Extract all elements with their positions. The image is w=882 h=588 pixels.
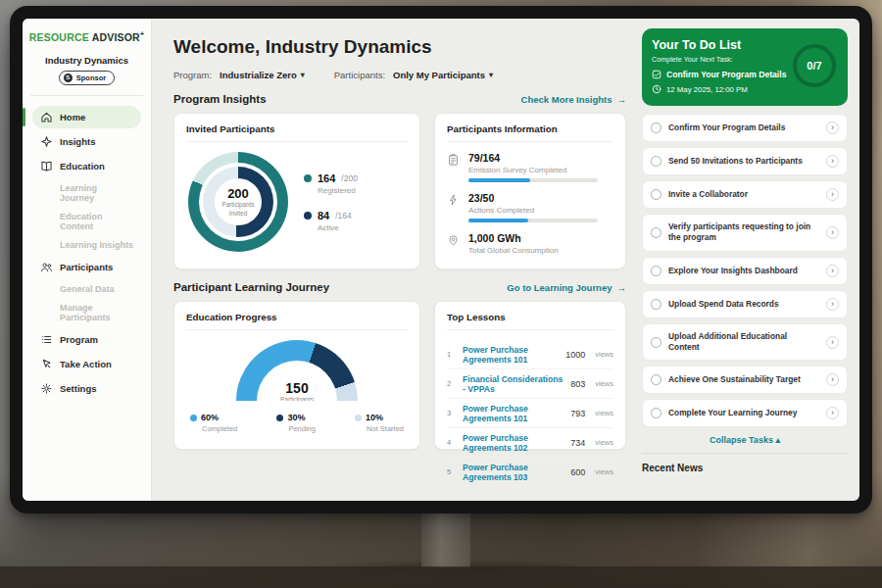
lesson-link[interactable]: Power Purchase Agreements 102 [463,433,564,453]
sidebar-item-learning-journey[interactable]: Learning Journey [32,179,141,207]
check-more-insights-link[interactable]: Check More Insights → [521,94,626,105]
task-checkbox[interactable] [651,227,662,238]
info-row-survey: 79/164 Emission Survey Completed [447,152,613,182]
progress-bar [468,219,598,222]
todo-summary-card: Your To Do List Complete Your Next Task:… [642,28,848,106]
task-chevron-icon[interactable]: › [826,407,839,419]
card-title: Top Lessons [447,312,613,330]
legend-not-started: 10% Not Started [355,413,404,433]
task-checkbox[interactable] [651,299,662,310]
participants-select[interactable]: Only My Participants ▾ [393,70,493,80]
lesson-link[interactable]: Power Purchase Agreements 101 [463,345,559,365]
task-chevron-icon[interactable]: › [826,373,839,386]
task-chevron-icon[interactable]: › [826,122,839,134]
task-item[interactable]: Complete Your Learning Journey › [642,399,848,427]
invited-participants-card: Invited Participants 200 Participants In… [173,113,420,270]
donut-center-label: Participants Invited [219,201,258,218]
legend-dot [304,212,312,220]
sidebar-item-insights[interactable]: Insights [32,130,141,153]
task-chevron-icon[interactable]: › [826,336,839,349]
nav-label: Program [60,334,98,345]
nav-label: Insights [60,136,95,147]
section-title-program-insights: Program Insights [173,93,267,105]
lesson-link[interactable]: Power Purchase Agreements 103 [463,463,564,482]
collapse-tasks-link[interactable]: Collapse Tasks ▴ [642,435,848,445]
legend-completed: 60% Completed [190,413,237,433]
monitor: RESOURCE ADVISOR+ Industry Dynamics S Sp… [10,6,872,514]
task-chevron-icon[interactable]: › [826,265,839,277]
todo-next-task: Confirm Your Program Details [666,70,786,79]
lesson-row: 2 Financial Considerations - VPPAs 803 v… [447,369,613,399]
todo-due-date: 12 May 2025, 12:00 PM [666,85,748,94]
legend-dot [355,415,362,421]
task-item[interactable]: Confirm Your Program Details › [642,114,848,142]
task-chevron-icon[interactable]: › [826,226,839,239]
sidebar-item-education-content[interactable]: Education Content [32,208,141,235]
sidebar-item-settings[interactable]: Settings [32,377,141,400]
sidebar-item-education[interactable]: Education [32,155,141,177]
nav-label: Take Action [60,359,112,369]
survey-icon [447,153,460,167]
task-item[interactable]: Upload Additional Educational Content › [642,323,848,362]
sidebar-item-take-action[interactable]: Take Action [32,353,141,375]
task-chevron-icon[interactable]: › [826,188,839,201]
task-checkbox[interactable] [651,189,662,200]
task-checkbox[interactable] [651,408,662,418]
info-row-actions: 23/50 Actions Completed [447,192,613,222]
logo-plus: + [140,30,144,37]
desk-edge [0,566,882,588]
nav-label: Home [60,112,85,122]
card-title: Invited Participants [186,123,408,142]
task-item[interactable]: Achieve One Sustainability Target › [642,366,848,394]
sidebar-item-program[interactable]: Program [32,328,141,351]
sidebar-item-general-data[interactable]: General Data [32,280,141,298]
task-item[interactable]: Explore Your Insights Dashboard › [642,257,848,285]
education-progress-card: Education Progress 150 Participants [173,301,420,450]
home-icon [40,111,53,123]
task-chevron-icon[interactable]: › [826,298,839,311]
legend-dot [190,415,197,421]
sponsor-icon: S [64,74,73,82]
task-item[interactable]: Invite a Collaborator › [642,180,848,209]
go-to-learning-journey-link[interactable]: Go to Learning Journey → [507,282,626,293]
sidebar-item-manage-participants[interactable]: Manage Participants [32,299,141,326]
task-checkbox[interactable] [651,374,662,385]
sidebar-item-participants[interactable]: Participants [32,256,141,278]
todo-panel: Your To Do List Complete Your Next Task:… [640,19,859,501]
program-select[interactable]: Industrialize Zero ▾ [220,70,305,80]
participants-select-value: Only My Participants [393,70,485,80]
people-icon [40,261,53,273]
sponsor-label: Sponsor [76,74,106,82]
page-title: Welcome, Industry Dynamics [173,36,626,58]
task-checkbox[interactable] [651,122,662,133]
task-checkbox[interactable] [651,156,662,167]
task-checkbox[interactable] [651,266,662,276]
legend-dot [304,174,312,182]
task-item[interactable]: Verify participants requesting to join t… [642,214,848,252]
checkbox-icon [652,70,662,79]
insights-icon [40,135,53,148]
sidebar-divider [30,95,143,96]
sidebar-item-learning-insights[interactable]: Learning Insights [32,236,141,254]
invited-donut-chart: 200 Participants Invited [188,152,288,252]
main-content: Welcome, Industry Dynamics Program: Indu… [152,19,640,501]
card-title: Participants Information [447,123,613,142]
section-title-learning-journey: Participant Learning Journey [173,281,329,293]
lesson-link[interactable]: Financial Considerations - VPPAs [463,374,564,394]
list-icon [40,333,53,346]
chevron-down-icon: ▾ [301,71,305,79]
task-item[interactable]: Send 50 Invitations to Participants › [642,147,848,175]
task-checkbox[interactable] [651,337,662,348]
lesson-row: 3 Power Purchase Agreements 101 793 view… [447,399,613,428]
bolt-icon [447,193,460,207]
top-lessons-card: Top Lessons 1 Power Purchase Agreements … [434,301,626,450]
task-item[interactable]: Upload Spend Data Records › [642,290,848,318]
lesson-row: 1 Power Purchase Agreements 101 1000 vie… [447,340,613,369]
app-logo: RESOURCE ADVISOR+ [23,30,151,43]
info-row-consumption: 1,000 GWh Total Global Consumption [447,232,613,259]
task-chevron-icon[interactable]: › [826,155,839,168]
lesson-link[interactable]: Power Purchase Agreements 101 [463,404,564,423]
clock-icon [652,84,662,94]
sidebar-item-home[interactable]: Home [32,106,141,128]
sponsor-badge: S Sponsor [59,71,115,85]
